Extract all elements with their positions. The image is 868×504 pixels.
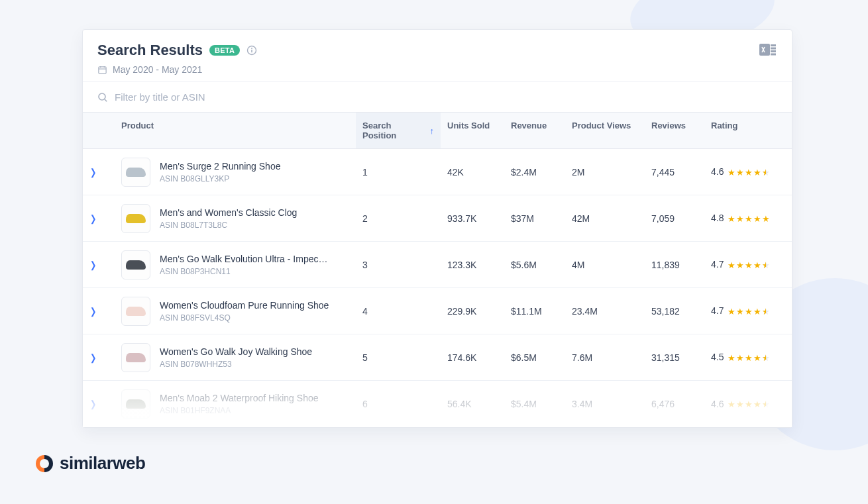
expand-toggle[interactable]: ❯ [90, 352, 97, 363]
star-icon: ★ [728, 353, 735, 363]
beta-badge: BETA [209, 45, 240, 56]
col-label: Search Position [362, 121, 426, 140]
table-header: Product Search Position ↑ Units Sold Rev… [83, 112, 792, 149]
star-icon: ★ [745, 399, 753, 409]
rating-value: 4.7 [711, 305, 724, 316]
export-excel-button[interactable] [759, 42, 777, 58]
shoe-icon [126, 399, 146, 409]
brand: similarweb [36, 453, 145, 474]
star-half-icon: ★ [762, 168, 770, 177]
expand-toggle[interactable]: ❯ [90, 306, 97, 317]
svg-rect-8 [771, 54, 776, 56]
star-icon: ★ [728, 307, 735, 317]
svg-rect-7 [771, 50, 776, 52]
table-row: ❯Men's Moab 2 Waterproof Hiking ShoeASIN… [83, 381, 792, 427]
product-asin: ASIN B01HF9ZNAA [160, 406, 319, 415]
page-title: Search Results [97, 42, 203, 59]
cell-revenue: $6.5M [504, 344, 565, 371]
product-thumbnail[interactable] [121, 389, 150, 419]
star-half-icon: ★ [762, 399, 770, 409]
rating-value: 4.6 [711, 166, 724, 177]
star-icon: ★ [753, 399, 761, 409]
product-asin: ASIN B078WHHZ53 [160, 360, 312, 369]
product-title[interactable]: Women's Cloudfoam Pure Running Shoe [160, 300, 329, 311]
cell-position: 3 [356, 252, 441, 278]
expand-cell: ❯ [83, 344, 115, 371]
col-revenue[interactable]: Revenue [504, 113, 565, 148]
product-thumbnail[interactable] [121, 250, 150, 279]
product-thumbnail[interactable] [121, 158, 150, 187]
cell-position: 1 [356, 159, 441, 185]
rating-stars: ★★★★★ [728, 260, 770, 270]
svg-rect-3 [99, 66, 106, 73]
expand-toggle[interactable]: ❯ [90, 213, 97, 224]
expand-cell: ❯ [83, 159, 115, 185]
expand-cell: ❯ [83, 298, 115, 325]
cell-reviews: 6,476 [645, 391, 704, 417]
shoe-icon [126, 260, 146, 270]
shoe-icon [126, 307, 146, 316]
search-results-panel: Search Results BETA May 2020 - May 2021 [82, 29, 792, 428]
col-units-sold[interactable]: Units Sold [441, 113, 504, 148]
star-icon: ★ [745, 168, 753, 177]
expand-toggle[interactable]: ❯ [90, 167, 97, 177]
rating-value: 4.6 [711, 399, 724, 409]
star-icon: ★ [762, 214, 770, 224]
product-cell: Men's and Women's Classic ClogASIN B08L7… [115, 196, 356, 241]
star-half-icon: ★ [762, 307, 770, 317]
info-icon[interactable] [246, 45, 257, 56]
col-rating[interactable]: Rating [704, 113, 792, 148]
cell-units: 42K [441, 159, 504, 185]
shoe-icon [126, 168, 146, 177]
expand-cell: ❯ [83, 391, 115, 417]
star-icon: ★ [745, 214, 753, 224]
product-thumbnail[interactable] [121, 204, 150, 233]
filter-input[interactable] [115, 91, 777, 103]
star-icon: ★ [728, 399, 735, 409]
shoe-icon [126, 353, 146, 362]
product-cell: Men's Go Walk Evolution Ultra - Impecca…… [115, 242, 356, 287]
product-thumbnail[interactable] [121, 297, 150, 326]
expand-toggle[interactable]: ❯ [90, 260, 97, 270]
product-thumbnail[interactable] [121, 343, 150, 372]
product-asin: ASIN B08FSVL4SQ [160, 313, 329, 323]
col-search-position[interactable]: Search Position ↑ [356, 113, 441, 148]
star-icon: ★ [736, 260, 744, 270]
filter-row [83, 81, 792, 112]
cell-revenue: $5.4M [504, 391, 565, 417]
product-title[interactable]: Men's Moab 2 Waterproof Hiking Shoe [160, 393, 319, 403]
product-title[interactable]: Men's Go Walk Evolution Ultra - Impecca… [160, 254, 332, 264]
star-icon: ★ [745, 353, 753, 363]
svg-point-9 [99, 93, 105, 100]
star-icon: ★ [753, 168, 761, 177]
product-title[interactable]: Men's Surge 2 Running Shoe [160, 161, 280, 172]
rating-stars: ★★★★★ [728, 214, 770, 224]
expand-cell: ❯ [83, 205, 115, 232]
product-cell: Men's Moab 2 Waterproof Hiking ShoeASIN … [115, 381, 356, 427]
expand-toggle[interactable]: ❯ [90, 399, 97, 409]
cell-views: 4M [565, 252, 645, 278]
table-row: ❯Men's and Women's Classic ClogASIN B08L… [83, 195, 792, 242]
star-icon: ★ [745, 307, 753, 317]
product-cell: Women's Cloudfoam Pure Running ShoeASIN … [115, 289, 356, 334]
cell-units: 229.9K [441, 298, 504, 325]
table-row: ❯Women's Go Walk Joy Walking ShoeASIN B0… [83, 334, 792, 381]
col-product-views[interactable]: Product Views [565, 113, 645, 148]
cell-units: 933.7K [441, 205, 504, 232]
panel-header: Search Results BETA May 2020 - May 2021 [83, 30, 792, 81]
product-title[interactable]: Men's and Women's Classic Clog [160, 207, 297, 218]
col-reviews[interactable]: Reviews [645, 113, 704, 148]
product-asin: ASIN B08L7T3L8C [160, 221, 297, 230]
cell-revenue: $5.6M [504, 252, 565, 278]
cell-revenue: $37M [504, 205, 565, 232]
product-title[interactable]: Women's Go Walk Joy Walking Shoe [160, 346, 312, 357]
rating-stars: ★★★★★ [728, 168, 770, 177]
cell-views: 23.4M [565, 298, 645, 325]
cell-revenue: $2.4M [504, 159, 565, 185]
cell-rating: 4.5★★★★★ [704, 344, 792, 371]
col-product[interactable]: Product [115, 113, 356, 148]
star-icon: ★ [753, 214, 761, 224]
date-range: May 2020 - May 2021 [113, 64, 202, 75]
cell-reviews: 11,839 [645, 252, 704, 278]
svg-rect-6 [771, 48, 776, 50]
